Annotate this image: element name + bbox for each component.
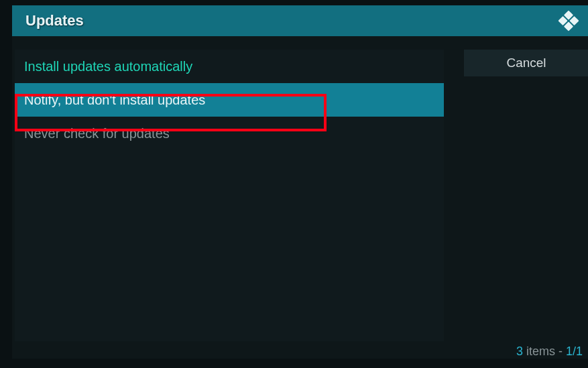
footer-status: 3 items - 1/1 (516, 345, 583, 359)
option-never-check[interactable]: Never check for updates (15, 117, 444, 150)
svg-rect-0 (564, 10, 573, 19)
item-count: 3 (516, 345, 523, 358)
page-indicator: 1/1 (566, 345, 583, 358)
option-install-automatically[interactable]: Install updates automatically (15, 50, 444, 83)
dialog-body: Install updates automatically Notify, bu… (12, 36, 588, 359)
kodi-logo-icon (557, 9, 580, 32)
options-list: Install updates automatically Notify, bu… (15, 50, 444, 341)
items-label: items - (523, 345, 566, 358)
right-panel: Cancel (464, 50, 588, 76)
dialog-title: Updates (25, 12, 84, 29)
cancel-button[interactable]: Cancel (464, 50, 588, 76)
option-notify-only[interactable]: Notify, but don't install updates (15, 83, 444, 117)
dialog-header: Updates (12, 5, 588, 36)
updates-dialog: Updates Install updates automatically No… (12, 5, 588, 359)
svg-rect-3 (564, 21, 573, 31)
